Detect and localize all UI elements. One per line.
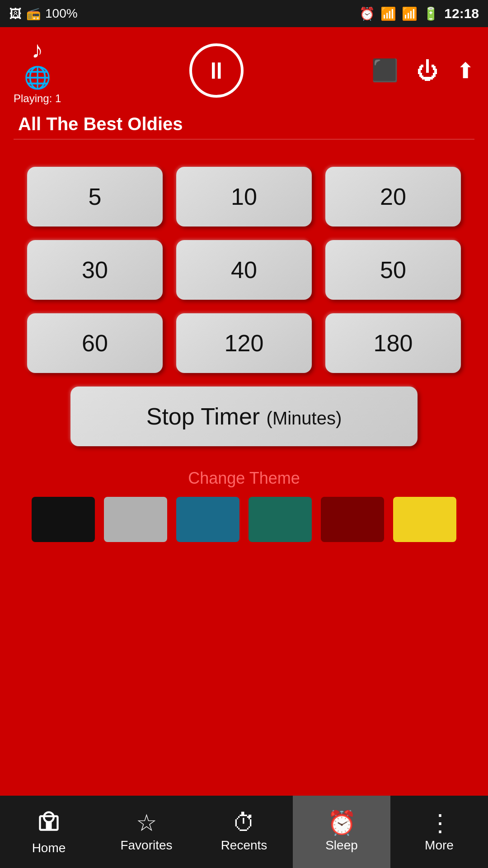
header-controls: ♪ 🌐 Playing: 1 ⏸ ⬛ ⏻ ⬆ (14, 36, 474, 105)
nav-sleep-label: Sleep (325, 838, 358, 853)
theme-swatch-teal-blue[interactable] (176, 497, 239, 542)
photo-icon: 🖼 (9, 6, 22, 21)
nav-sleep[interactable]: ⏰ Sleep (293, 796, 390, 868)
timer-btn-5[interactable]: 5 (27, 167, 163, 226)
nav-recents[interactable]: ⏱ Recents (195, 796, 293, 868)
timer-btn-10[interactable]: 10 (176, 167, 312, 226)
status-bar-left: 🖼 📻 100% (9, 6, 78, 21)
theme-swatch-gray[interactable] (104, 497, 167, 542)
change-theme-label: Change Theme (188, 469, 300, 488)
nav-recents-label: Recents (221, 838, 267, 853)
pause-icon: ⏸ (205, 59, 228, 82)
wifi-icon: 📶 (380, 6, 396, 21)
bottom-nav: Home ☆ Favorites ⏱ Recents ⏰ Sleep ⋮ Mor… (0, 796, 488, 868)
more-icon: ⋮ (428, 811, 450, 835)
timer-btn-30[interactable]: 30 (27, 240, 163, 300)
star-icon: ☆ (136, 811, 157, 835)
timer-grid: 5 10 20 30 40 50 60 120 180 (27, 167, 461, 373)
status-bar: 🖼 📻 100% ⏰ 📶 📶 🔋 12:18 (0, 0, 488, 27)
share-icon[interactable]: ⬆ (456, 58, 474, 83)
battery-percent: 100% (45, 6, 78, 21)
stop-icon[interactable]: ⬛ (371, 58, 399, 83)
signal-icon: 📶 (402, 6, 418, 21)
timer-btn-50[interactable]: 50 (325, 240, 461, 300)
nav-more[interactable]: ⋮ More (390, 796, 488, 868)
home-icon (37, 808, 61, 837)
theme-swatch-black[interactable] (32, 497, 95, 542)
alarm-icon: ⏰ (359, 6, 375, 21)
battery-full-icon: 🔋 (423, 6, 439, 21)
nav-favorites[interactable]: ☆ Favorites (98, 796, 195, 868)
theme-swatch-yellow[interactable] (393, 497, 456, 542)
radio-icon: 📻 (26, 7, 41, 21)
timer-btn-40[interactable]: 40 (176, 240, 312, 300)
theme-swatch-dark-teal[interactable] (249, 497, 312, 542)
power-icon[interactable]: ⏻ (417, 58, 438, 83)
status-time: 12:18 (444, 6, 479, 21)
nav-home-label: Home (32, 841, 66, 855)
music-note-icon[interactable]: ♪ (32, 36, 43, 63)
main-content: 5 10 20 30 40 50 60 120 180 Stop Timer (… (0, 149, 488, 796)
nav-home[interactable]: Home (0, 796, 98, 868)
recents-icon: ⏱ (232, 811, 256, 835)
header-divider (14, 139, 474, 140)
theme-swatch-dark-red[interactable] (321, 497, 384, 542)
timer-btn-60[interactable]: 60 (27, 313, 163, 373)
stop-timer-sub-label: (Minutes) (267, 408, 342, 428)
status-bar-right: ⏰ 📶 📶 🔋 12:18 (359, 6, 479, 21)
timer-btn-20[interactable]: 20 (325, 167, 461, 226)
timer-btn-180[interactable]: 180 (325, 313, 461, 373)
nav-favorites-label: Favorites (120, 838, 172, 853)
pause-button[interactable]: ⏸ (189, 43, 244, 98)
change-theme-section: Change Theme (27, 464, 461, 542)
playing-label: Playing: 1 (14, 92, 61, 105)
header: ♪ 🌐 Playing: 1 ⏸ ⬛ ⏻ ⬆ All The Best Oldi… (0, 27, 488, 149)
globe-icon[interactable]: 🌐 (24, 65, 51, 90)
stop-timer-button[interactable]: Stop Timer (Minutes) (70, 387, 418, 446)
stop-timer-main-label: Stop Timer (146, 403, 260, 429)
station-name: All The Best Oldies (14, 114, 188, 134)
svg-rect-2 (46, 822, 52, 830)
timer-btn-120[interactable]: 120 (176, 313, 312, 373)
header-right-controls: ⬛ ⏻ ⬆ (371, 58, 474, 83)
theme-swatches (32, 497, 456, 542)
header-left-controls: ♪ 🌐 Playing: 1 (14, 36, 61, 105)
sleep-icon: ⏰ (327, 811, 357, 835)
nav-more-label: More (425, 838, 454, 853)
